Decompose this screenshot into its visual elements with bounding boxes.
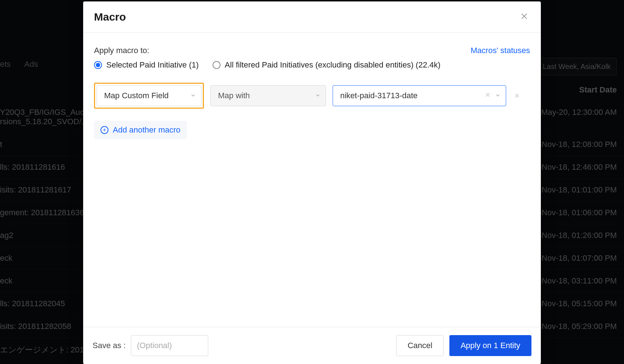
modal-header: Macro — [83, 1, 541, 33]
combo-value: niket-paid-31713-date — [340, 91, 418, 100]
radio-label: All filtered Paid Initiatives (excluding… — [225, 60, 441, 70]
macros-statuses-link[interactable]: Macros' statuses — [471, 46, 530, 55]
radio-all-filtered[interactable]: All filtered Paid Initiatives (excluding… — [213, 60, 441, 70]
save-as-input[interactable] — [131, 335, 208, 356]
bg-tab-ets: ets — [0, 60, 10, 69]
modal-body: Apply macro to: Macros' statuses Selecte… — [83, 33, 541, 327]
footer-actions: Cancel Apply on 1 Entity — [396, 335, 531, 356]
chevron-down-icon — [315, 91, 321, 100]
clear-value-button[interactable] — [485, 92, 491, 100]
modal-footer: Save as : Cancel Apply on 1 Entity — [83, 327, 541, 364]
action-select[interactable]: Map Custom Field — [97, 85, 201, 106]
radio-selected-initiative[interactable]: Selected Paid Initiative (1) — [94, 60, 199, 70]
radio-icon — [213, 61, 221, 69]
add-another-macro-button[interactable]: + Add another macro — [94, 121, 187, 139]
plus-circle-icon: + — [101, 126, 108, 134]
apply-scope-radio-group: Selected Paid Initiative (1) All filtere… — [94, 60, 530, 70]
macro-row: Map Custom Field Map with niket-paid-317… — [94, 83, 530, 109]
custom-field-value-combo[interactable]: niket-paid-31713-date — [333, 85, 506, 106]
close-button[interactable] — [518, 11, 530, 23]
apply-macro-label: Apply macro to: — [94, 46, 149, 55]
map-with-select[interactable]: Map with — [210, 85, 326, 106]
macro-modal: Macro Apply macro to: Macros' statuses S… — [83, 1, 541, 364]
cancel-button[interactable]: Cancel — [396, 335, 443, 356]
chevron-down-icon — [190, 91, 196, 100]
select-value: Map Custom Field — [104, 91, 169, 100]
save-as-group: Save as : — [93, 335, 208, 356]
add-another-label: Add another macro — [113, 125, 180, 135]
save-as-label: Save as : — [93, 341, 126, 350]
bg-tabs: ets Ads — [0, 60, 41, 69]
bg-tab-ads: Ads — [24, 60, 38, 69]
select-value: Map with — [218, 91, 250, 100]
start-date-header: Start Date — [579, 85, 617, 95]
modal-title: Macro — [94, 11, 126, 23]
highlighted-select-wrap: Map Custom Field — [94, 83, 204, 109]
radio-icon — [94, 61, 102, 69]
date-range-pill: Last Week, Asia/Kolk — [537, 58, 617, 75]
radio-label: Selected Paid Initiative (1) — [106, 60, 199, 70]
chevron-down-icon — [495, 91, 501, 100]
apply-button[interactable]: Apply on 1 Entity — [449, 335, 531, 356]
remove-macro-row-button[interactable] — [513, 91, 521, 100]
close-icon — [520, 12, 529, 22]
